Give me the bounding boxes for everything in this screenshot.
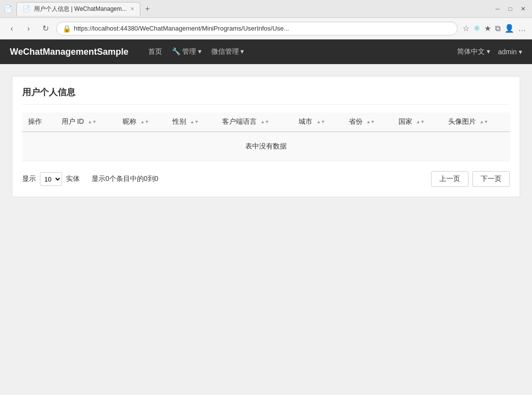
app-brand[interactable]: WeChatManagementSample	[10, 47, 129, 57]
sort-icon-gender: ▲▼	[190, 120, 199, 124]
back-button[interactable]: ‹	[6, 24, 18, 33]
col-country[interactable]: 国家 ▲▼	[393, 112, 442, 132]
col-nickname[interactable]: 昵称 ▲▼	[117, 112, 166, 132]
bookmark-icon[interactable]: ★	[484, 24, 491, 33]
star-icon[interactable]: ☆	[463, 24, 469, 33]
tab-title: 用户个人信息 | WeChatManagem...	[34, 5, 127, 13]
table-header-row: 操作 用户 ID ▲▼ 昵称 ▲▼ 性别	[22, 112, 510, 132]
nav-admin[interactable]: admin ▾	[498, 48, 522, 56]
lock-icon: 🔒	[63, 25, 71, 33]
sort-icon-userid: ▲▼	[88, 120, 97, 124]
table-body: 表中没有数据	[22, 132, 510, 161]
nav-wechat[interactable]: 微信管理 ▾	[211, 47, 244, 56]
user-avatar-icon[interactable]: 👤	[504, 24, 514, 33]
page-size-select[interactable]: 10 25 50	[40, 172, 62, 186]
col-province[interactable]: 省份 ▲▼	[343, 112, 393, 132]
table-wrapper: 操作 用户 ID ▲▼ 昵称 ▲▼ 性别	[22, 112, 510, 161]
react-icon[interactable]: ⚛	[473, 24, 480, 33]
sort-icon-province: ▲▼	[366, 120, 375, 124]
user-table: 操作 用户 ID ▲▼ 昵称 ▲▼ 性别	[22, 112, 510, 161]
forward-button[interactable]: ›	[23, 24, 34, 33]
col-language[interactable]: 客户端语言 ▲▼	[216, 112, 293, 132]
url-bar[interactable]: 🔒 https://localhost:44380/WeChatManageme…	[56, 22, 458, 36]
nav-manage[interactable]: 🔧 管理 ▾	[172, 47, 201, 56]
address-bar: ‹ › ↻ 🔒 https://localhost:44380/WeChatMa…	[0, 18, 532, 39]
nav-home[interactable]: 首页	[148, 47, 162, 56]
nav-language[interactable]: 简体中文 ▾	[457, 47, 490, 56]
page-info: 显示0个条目中的0到0	[92, 175, 427, 183]
next-page-button[interactable]: 下一页	[472, 171, 510, 187]
page-buttons: 上一页 下一页	[431, 171, 510, 187]
nav-right: 简体中文 ▾ admin ▾	[457, 47, 522, 56]
empty-row: 表中没有数据	[22, 132, 510, 161]
tab-collections-icon[interactable]: ⧉	[495, 24, 500, 33]
nav-links: 首页 🔧 管理 ▾ 微信管理 ▾	[148, 47, 457, 56]
col-avatar[interactable]: 头像图片 ▲▼	[442, 112, 510, 132]
maximize-button[interactable]: □	[505, 4, 515, 14]
sort-icon-nickname: ▲▼	[140, 120, 149, 124]
tab-favicon-inner: 📄	[23, 5, 30, 12]
close-window-button[interactable]: ✕	[518, 4, 528, 14]
app-navbar: WeChatManagementSample 首页 🔧 管理 ▾ 微信管理 ▾ …	[0, 39, 532, 64]
page-title: 用户个人信息	[22, 86, 510, 105]
content-card: 用户个人信息 操作 用户 ID ▲▼ 昵	[12, 76, 520, 197]
browser-tab[interactable]: 📄 用户个人信息 | WeChatManagem... ×	[16, 2, 140, 16]
sort-icon-country: ▲▼	[416, 120, 425, 124]
col-userid[interactable]: 用户 ID ▲▼	[56, 112, 117, 132]
sort-icon-avatar: ▲▼	[479, 120, 488, 124]
empty-message: 表中没有数据	[22, 132, 510, 161]
show-label: 显示	[22, 175, 36, 183]
entity-label: 实体	[66, 175, 80, 183]
tab-favicon: 📄	[4, 5, 12, 13]
title-bar: 📄 📄 用户个人信息 | WeChatManagem... × + ─ □ ✕	[0, 0, 532, 18]
refresh-button[interactable]: ↻	[39, 24, 51, 33]
minimize-button[interactable]: ─	[493, 4, 502, 14]
col-action: 操作	[22, 112, 56, 132]
pagination-bar: 显示 10 25 50 实体 显示0个条目中的0到0 上一页 下一页	[22, 171, 510, 187]
sort-icon-language: ▲▼	[261, 120, 269, 124]
extensions-icon[interactable]: …	[518, 24, 526, 33]
main-content: 用户个人信息 操作 用户 ID ▲▼ 昵	[0, 64, 532, 395]
sort-icon-city: ▲▼	[316, 120, 325, 124]
col-gender[interactable]: 性别 ▲▼	[166, 112, 216, 132]
tab-close-button[interactable]: ×	[131, 5, 134, 12]
url-text: https://localhost:44380/WeChatManagement…	[74, 25, 289, 32]
prev-page-button[interactable]: 上一页	[431, 171, 468, 187]
new-tab-button[interactable]: +	[140, 2, 154, 16]
col-city[interactable]: 城市 ▲▼	[293, 112, 342, 132]
